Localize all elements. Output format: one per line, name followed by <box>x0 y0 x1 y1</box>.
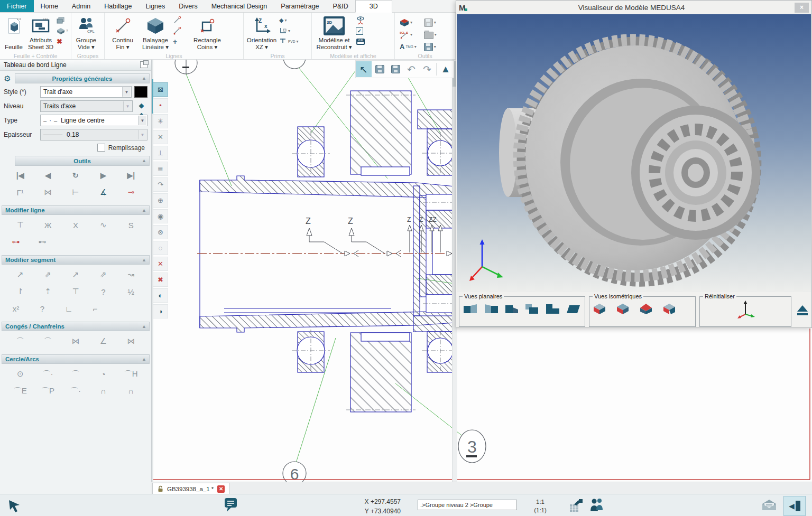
view-back-icon[interactable] <box>483 303 499 315</box>
line-tool-icon[interactable]: Γ¹ <box>11 186 30 199</box>
modify-line-icon[interactable]: X <box>66 219 85 231</box>
eject-button[interactable] <box>796 304 809 316</box>
niveau-select[interactable]: Traits d'axe ▼ <box>40 100 133 112</box>
modify-segment-icon[interactable]: ⌐ <box>86 302 105 315</box>
orientation-xz-button[interactable]: Zx Orientation XZ ▾ <box>245 13 278 51</box>
groupe-vide-button[interactable]: CPL Groupe Vide ▾ <box>73 13 99 51</box>
snap-tool-icon[interactable]: • <box>153 98 168 112</box>
line-tool-icon[interactable]: ⊸ <box>122 186 141 199</box>
modify-line-icon[interactable]: ⊤ <box>11 219 30 231</box>
viewer-title-bar[interactable]: M Visualiseur de Modèle MEDUSA4 × <box>456 1 811 14</box>
iso-view-2-icon[interactable] <box>616 303 630 315</box>
fillet-tool-icon[interactable]: ⌒ <box>11 335 30 348</box>
cube-help-icon[interactable]: ? <box>57 27 68 35</box>
close-icon[interactable]: × <box>795 3 809 13</box>
viewer-viewport[interactable] <box>457 14 811 292</box>
fillet-tool-icon[interactable]: ⋈ <box>66 335 85 348</box>
iso-view-3-icon[interactable] <box>639 303 653 315</box>
nav-tool-icon[interactable]: ▶ <box>94 169 113 182</box>
modify-segment-icon[interactable]: ∟ <box>59 302 78 315</box>
group-path-input[interactable] <box>418 500 517 510</box>
modify-segment-icon[interactable]: ↾ <box>11 285 30 298</box>
gear-icon[interactable]: ⚙ <box>2 74 13 82</box>
view-bottom-icon[interactable] <box>545 303 561 315</box>
collapse-icon[interactable]: ▲ <box>142 356 146 362</box>
line-tool-icon[interactable]: ⋈ <box>39 186 58 199</box>
section-cercle-arcs[interactable]: Cercle/Arcs ▲ <box>2 354 150 364</box>
cursor-arrow-icon[interactable] <box>7 499 21 512</box>
modify-segment-icon[interactable]: ⊤ <box>66 285 85 298</box>
circle-tool-icon[interactable]: ∩ <box>122 384 141 397</box>
document-tab[interactable]: GB393938_a_1 * ✕ <box>152 483 230 494</box>
circle-tool-icon[interactable]: ◔ <box>94 368 113 380</box>
close-document-icon[interactable]: ✕ <box>217 485 225 493</box>
modify-segment-icon[interactable]: ↗ <box>66 268 85 281</box>
envelope-icon[interactable] <box>761 499 777 511</box>
layers-icon[interactable]: ◆▾ <box>279 16 298 24</box>
collapse-icon[interactable]: ▲ <box>142 257 146 262</box>
view-front-icon[interactable] <box>463 303 478 315</box>
delete-icon[interactable]: ✖ <box>57 37 68 45</box>
modify-segment-icon[interactable]: ⇗ <box>94 268 113 281</box>
axis-frame-icon[interactable]: ▾ <box>279 27 298 35</box>
section-modifier-segment[interactable]: Modifier segment ▲ <box>2 255 150 265</box>
modify-segment-icon[interactable]: ? <box>33 302 52 315</box>
snap-tool-icon[interactable]: ⊕ <box>153 193 168 208</box>
tab-home[interactable]: Home <box>34 0 65 12</box>
snap-tool-icon[interactable]: ✖ <box>153 273 168 287</box>
snap-tool-icon[interactable]: ↷ <box>153 177 168 192</box>
modify-line-icon[interactable]: ⊷ <box>33 236 52 248</box>
text-tmg-icon[interactable]: ATMG▾ <box>400 43 417 51</box>
nav-tool-icon[interactable]: |◀ <box>11 169 30 182</box>
epaisseur-select[interactable]: ——— 0.18 ▼ <box>40 129 147 140</box>
modify-segment-icon[interactable]: ↗ <box>11 268 30 281</box>
iso-view-4-icon[interactable] <box>662 303 676 315</box>
circle-tool-icon[interactable]: ⌒H <box>122 368 141 380</box>
snap-tool-icon[interactable]: ✕ <box>153 257 168 271</box>
remplissage-checkbox[interactable] <box>97 144 105 152</box>
tab-pid[interactable]: P&ID <box>326 0 355 12</box>
collapse-icon[interactable]: ▲ <box>142 324 146 329</box>
section-outils[interactable]: Outils ▲ <box>15 156 150 166</box>
continu-fin-button[interactable]: Continu Fin ▾ <box>106 13 139 51</box>
modify-segment-icon[interactable]: ↝ <box>122 268 141 281</box>
scl-line-icon[interactable]: SCL▾ <box>400 31 417 39</box>
modify-line-icon[interactable]: ∿ <box>94 219 113 231</box>
modify-line-icon[interactable]: S <box>122 219 141 231</box>
open-dxf-icon[interactable]: ▾ <box>424 31 437 39</box>
style-select[interactable]: Trait d'axe ▼ <box>40 86 132 98</box>
tab-mechanical-design[interactable]: Mechanical Design <box>205 0 274 12</box>
export-dxf-icon[interactable]: ▾ <box>424 18 437 26</box>
section-proprietes-generales[interactable]: Propriétés générales ▲ <box>15 73 150 83</box>
sheets-stack-icon[interactable] <box>57 16 68 24</box>
tab-admin[interactable]: Admin <box>65 0 97 12</box>
modify-segment-icon[interactable]: ⇗ <box>39 268 58 281</box>
message-bubble-icon[interactable] <box>224 498 238 512</box>
circle-tool-icon[interactable]: ⌒P <box>39 384 58 397</box>
tab-habillage[interactable]: Habillage <box>97 0 139 12</box>
cube-red-icon[interactable]: ▾ <box>400 18 417 26</box>
tab-divers[interactable]: Divers <box>172 0 204 12</box>
snap-tool-icon[interactable]: ⊥ <box>153 146 168 160</box>
vue-screen-icon[interactable]: VUE <box>356 37 365 45</box>
circle-tool-icon[interactable]: ∩ <box>94 384 113 397</box>
iso-view-1-icon[interactable] <box>593 303 606 315</box>
reset-axis-icon[interactable] <box>735 299 756 318</box>
tab-parametrage[interactable]: Paramétrage <box>274 0 326 12</box>
view-top-icon[interactable] <box>524 303 540 315</box>
line-tool-icon[interactable]: ∡ <box>94 186 113 199</box>
circle-tool-icon[interactable]: ⌒ <box>66 368 85 380</box>
save-as-button[interactable] <box>387 61 403 77</box>
eye-axis-icon[interactable] <box>356 16 365 24</box>
snap-tool-icon[interactable]: ◉ <box>153 209 168 223</box>
sheet-export-icon[interactable] <box>569 498 584 513</box>
segment-icon[interactable] <box>173 16 181 24</box>
circle-tool-icon[interactable]: ⌒· <box>39 368 58 380</box>
line-tool-icon[interactable]: ⊢ <box>66 186 85 199</box>
redo-button[interactable]: ↷ <box>419 61 435 77</box>
layers-icon[interactable]: ◆◆ <box>135 101 147 111</box>
view-right-icon[interactable] <box>566 303 582 315</box>
save-button[interactable] <box>372 61 387 77</box>
snap-tool-icon[interactable]: ✳ <box>153 114 168 128</box>
feuille-button[interactable]: Feuille <box>2 13 26 51</box>
